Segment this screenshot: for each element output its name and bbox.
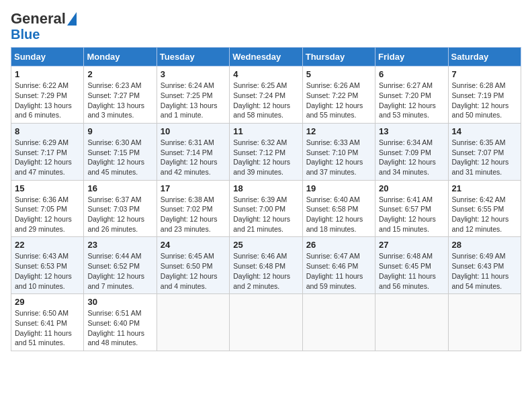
day-info: Sunrise: 6:27 AM Sunset: 7:20 PM Dayligh… bbox=[379, 81, 444, 120]
calendar-cell: 20Sunrise: 6:41 AM Sunset: 6:57 PM Dayli… bbox=[375, 180, 448, 237]
calendar-cell: 4Sunrise: 6:25 AM Sunset: 7:24 PM Daylig… bbox=[230, 66, 302, 124]
day-info: Sunrise: 6:49 AM Sunset: 6:43 PM Dayligh… bbox=[452, 251, 517, 291]
calendar-cell: 16Sunrise: 6:37 AM Sunset: 7:03 PM Dayli… bbox=[84, 180, 157, 237]
day-number: 9 bbox=[87, 126, 152, 136]
day-info: Sunrise: 6:34 AM Sunset: 7:09 PM Dayligh… bbox=[379, 138, 444, 177]
calendar-day-header: Tuesday bbox=[157, 48, 229, 66]
calendar-cell: 8Sunrise: 6:29 AM Sunset: 7:17 PM Daylig… bbox=[11, 123, 84, 180]
calendar-cell: 10Sunrise: 6:31 AM Sunset: 7:14 PM Dayli… bbox=[157, 123, 229, 180]
calendar-day-header: Friday bbox=[375, 48, 448, 66]
calendar-cell: 29Sunrise: 6:50 AM Sunset: 6:41 PM Dayli… bbox=[11, 294, 84, 351]
day-number: 17 bbox=[161, 183, 226, 193]
day-number: 21 bbox=[452, 183, 517, 193]
day-number: 8 bbox=[15, 126, 80, 136]
day-number: 28 bbox=[452, 240, 517, 250]
day-info: Sunrise: 6:22 AM Sunset: 7:29 PM Dayligh… bbox=[15, 81, 80, 120]
calendar-day-header: Sunday bbox=[11, 48, 84, 66]
day-info: Sunrise: 6:32 AM Sunset: 7:12 PM Dayligh… bbox=[233, 138, 298, 177]
day-number: 26 bbox=[306, 240, 371, 250]
day-info: Sunrise: 6:46 AM Sunset: 6:48 PM Dayligh… bbox=[233, 251, 298, 291]
calendar-cell bbox=[448, 294, 521, 351]
calendar-day-header: Thursday bbox=[302, 48, 375, 66]
page-header: General Blue bbox=[11, 11, 521, 42]
day-info: Sunrise: 6:33 AM Sunset: 7:10 PM Dayligh… bbox=[306, 138, 371, 177]
day-info: Sunrise: 6:42 AM Sunset: 6:55 PM Dayligh… bbox=[452, 195, 517, 234]
calendar-cell: 9Sunrise: 6:30 AM Sunset: 7:15 PM Daylig… bbox=[84, 123, 157, 180]
calendar-cell: 22Sunrise: 6:43 AM Sunset: 6:53 PM Dayli… bbox=[11, 237, 84, 294]
day-number: 3 bbox=[161, 69, 226, 79]
day-number: 7 bbox=[452, 69, 517, 79]
day-number: 22 bbox=[15, 240, 80, 250]
logo-triangle-icon bbox=[67, 12, 77, 26]
calendar-day-header: Monday bbox=[84, 48, 157, 66]
calendar-cell: 5Sunrise: 6:26 AM Sunset: 7:22 PM Daylig… bbox=[302, 66, 375, 124]
day-number: 16 bbox=[87, 183, 152, 193]
calendar-cell bbox=[157, 294, 229, 351]
day-info: Sunrise: 6:50 AM Sunset: 6:41 PM Dayligh… bbox=[15, 308, 80, 348]
day-number: 6 bbox=[379, 69, 444, 79]
day-info: Sunrise: 6:35 AM Sunset: 7:07 PM Dayligh… bbox=[452, 138, 517, 177]
calendar-cell: 27Sunrise: 6:48 AM Sunset: 6:45 PM Dayli… bbox=[375, 237, 448, 294]
calendar-cell: 11Sunrise: 6:32 AM Sunset: 7:12 PM Dayli… bbox=[230, 123, 302, 180]
day-number: 30 bbox=[87, 297, 152, 307]
calendar-cell bbox=[302, 294, 375, 351]
day-number: 11 bbox=[233, 126, 298, 136]
day-info: Sunrise: 6:24 AM Sunset: 7:25 PM Dayligh… bbox=[161, 81, 226, 120]
calendar-cell: 18Sunrise: 6:39 AM Sunset: 7:00 PM Dayli… bbox=[230, 180, 302, 237]
day-number: 24 bbox=[161, 240, 226, 250]
day-info: Sunrise: 6:37 AM Sunset: 7:03 PM Dayligh… bbox=[87, 195, 152, 234]
calendar-cell: 30Sunrise: 6:51 AM Sunset: 6:40 PM Dayli… bbox=[84, 294, 157, 351]
day-number: 18 bbox=[233, 183, 298, 193]
day-number: 14 bbox=[452, 126, 517, 136]
day-info: Sunrise: 6:29 AM Sunset: 7:17 PM Dayligh… bbox=[15, 138, 80, 177]
calendar-cell: 1Sunrise: 6:22 AM Sunset: 7:29 PM Daylig… bbox=[11, 66, 84, 124]
calendar-cell: 6Sunrise: 6:27 AM Sunset: 7:20 PM Daylig… bbox=[375, 66, 448, 124]
day-number: 27 bbox=[379, 240, 444, 250]
day-number: 1 bbox=[15, 69, 80, 79]
day-number: 20 bbox=[379, 183, 444, 193]
calendar-cell: 24Sunrise: 6:45 AM Sunset: 6:50 PM Dayli… bbox=[157, 237, 229, 294]
day-info: Sunrise: 6:43 AM Sunset: 6:53 PM Dayligh… bbox=[15, 251, 80, 291]
calendar-cell bbox=[230, 294, 302, 351]
day-info: Sunrise: 6:41 AM Sunset: 6:57 PM Dayligh… bbox=[379, 195, 444, 234]
day-info: Sunrise: 6:47 AM Sunset: 6:46 PM Dayligh… bbox=[306, 251, 371, 291]
calendar-cell: 28Sunrise: 6:49 AM Sunset: 6:43 PM Dayli… bbox=[448, 237, 521, 294]
calendar-cell: 25Sunrise: 6:46 AM Sunset: 6:48 PM Dayli… bbox=[230, 237, 302, 294]
calendar-cell: 12Sunrise: 6:33 AM Sunset: 7:10 PM Dayli… bbox=[302, 123, 375, 180]
day-info: Sunrise: 6:44 AM Sunset: 6:52 PM Dayligh… bbox=[87, 251, 152, 291]
calendar-cell: 23Sunrise: 6:44 AM Sunset: 6:52 PM Dayli… bbox=[84, 237, 157, 294]
day-info: Sunrise: 6:39 AM Sunset: 7:00 PM Dayligh… bbox=[233, 195, 298, 234]
day-number: 19 bbox=[306, 183, 371, 193]
day-info: Sunrise: 6:28 AM Sunset: 7:19 PM Dayligh… bbox=[452, 81, 517, 120]
day-info: Sunrise: 6:31 AM Sunset: 7:14 PM Dayligh… bbox=[161, 138, 226, 177]
day-number: 29 bbox=[15, 297, 80, 307]
day-info: Sunrise: 6:23 AM Sunset: 7:27 PM Dayligh… bbox=[87, 81, 152, 120]
calendar-cell: 2Sunrise: 6:23 AM Sunset: 7:27 PM Daylig… bbox=[84, 66, 157, 124]
calendar-cell: 14Sunrise: 6:35 AM Sunset: 7:07 PM Dayli… bbox=[448, 123, 521, 180]
day-info: Sunrise: 6:25 AM Sunset: 7:24 PM Dayligh… bbox=[233, 81, 298, 120]
calendar-header-row: SundayMondayTuesdayWednesdayThursdayFrid… bbox=[11, 48, 521, 66]
calendar-cell: 19Sunrise: 6:40 AM Sunset: 6:58 PM Dayli… bbox=[302, 180, 375, 237]
day-number: 5 bbox=[306, 69, 371, 79]
day-number: 10 bbox=[161, 126, 226, 136]
day-number: 4 bbox=[233, 69, 298, 79]
day-number: 15 bbox=[15, 183, 80, 193]
logo-text-general: General bbox=[11, 11, 66, 27]
day-info: Sunrise: 6:30 AM Sunset: 7:15 PM Dayligh… bbox=[87, 138, 152, 177]
calendar-cell: 3Sunrise: 6:24 AM Sunset: 7:25 PM Daylig… bbox=[157, 66, 229, 124]
calendar-week-row: 29Sunrise: 6:50 AM Sunset: 6:41 PM Dayli… bbox=[11, 294, 521, 351]
day-number: 2 bbox=[87, 69, 152, 79]
calendar-week-row: 15Sunrise: 6:36 AM Sunset: 7:05 PM Dayli… bbox=[11, 180, 521, 237]
calendar-week-row: 1Sunrise: 6:22 AM Sunset: 7:29 PM Daylig… bbox=[11, 66, 521, 124]
calendar-cell: 26Sunrise: 6:47 AM Sunset: 6:46 PM Dayli… bbox=[302, 237, 375, 294]
calendar-week-row: 22Sunrise: 6:43 AM Sunset: 6:53 PM Dayli… bbox=[11, 237, 521, 294]
calendar-cell bbox=[375, 294, 448, 351]
day-number: 13 bbox=[379, 126, 444, 136]
day-info: Sunrise: 6:40 AM Sunset: 6:58 PM Dayligh… bbox=[306, 195, 371, 234]
day-number: 23 bbox=[87, 240, 152, 250]
calendar-cell: 17Sunrise: 6:38 AM Sunset: 7:02 PM Dayli… bbox=[157, 180, 229, 237]
day-info: Sunrise: 6:51 AM Sunset: 6:40 PM Dayligh… bbox=[87, 308, 152, 348]
logo-text-blue: Blue bbox=[11, 27, 40, 42]
calendar-cell: 7Sunrise: 6:28 AM Sunset: 7:19 PM Daylig… bbox=[448, 66, 521, 124]
calendar-cell: 21Sunrise: 6:42 AM Sunset: 6:55 PM Dayli… bbox=[448, 180, 521, 237]
